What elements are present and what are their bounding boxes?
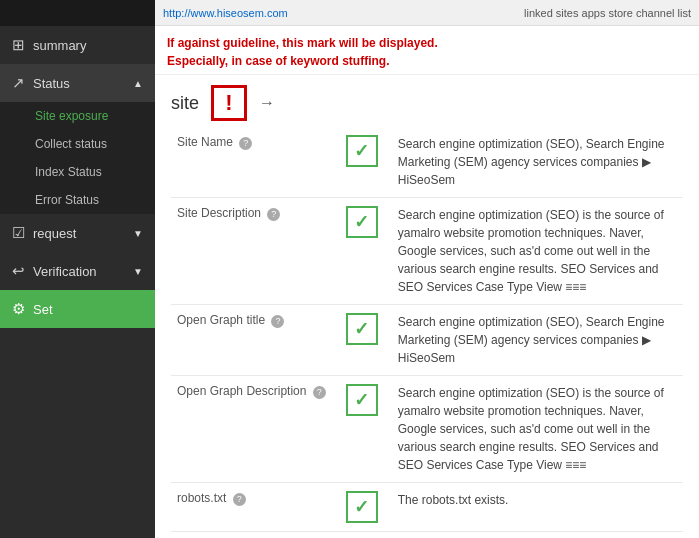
- row-description: Search engine optimization (SEO), Search…: [392, 305, 683, 376]
- sidebar-item-label: Verification: [33, 264, 97, 279]
- check-badge: ✓: [346, 206, 378, 238]
- sidebar: ⊞ summary ↗ Status ▲ Site exposure Colle…: [0, 0, 155, 538]
- url-label: http://www.hiseosem.com: [163, 7, 288, 19]
- verification-icon: ↩: [12, 262, 25, 280]
- nav-links: linked sites apps store channel list: [524, 7, 691, 19]
- row-status: ✓: [332, 376, 392, 483]
- row-label: Open Graph Description ?: [171, 376, 332, 483]
- sidebar-submenu-item-site-exposure[interactable]: Site exposure: [0, 102, 155, 130]
- row-status: ✓: [332, 532, 392, 539]
- row-label: robots.txt ?: [171, 483, 332, 532]
- info-icon[interactable]: ?: [271, 315, 284, 328]
- chevron-up-icon: ▲: [133, 78, 143, 89]
- row-description: http://www.hiseosem.com/sitemap_index.xm…: [392, 532, 683, 539]
- warning-line1: If against guideline, this mark will be …: [167, 34, 687, 52]
- table-row: Open Graph title ?✓Search engine optimiz…: [171, 305, 683, 376]
- check-badge: ✓: [346, 135, 378, 167]
- info-icon[interactable]: ?: [239, 137, 252, 150]
- table-row: robots.txt ?✓The robots.txt exists.: [171, 483, 683, 532]
- check-icon: ✓: [354, 318, 369, 340]
- status-icon: ↗: [12, 74, 25, 92]
- check-icon: ✓: [354, 389, 369, 411]
- site-title: site: [171, 93, 199, 114]
- check-icon: ✓: [354, 496, 369, 518]
- check-badge: ✓: [346, 313, 378, 345]
- sidebar-top-bar: [0, 0, 155, 26]
- arrow-indicator: →: [259, 94, 275, 112]
- row-label: Site Name ?: [171, 127, 332, 198]
- info-icon[interactable]: ?: [233, 493, 246, 506]
- main-content: http://www.hiseosem.com linked sites app…: [155, 0, 699, 538]
- sidebar-item-summary[interactable]: ⊞ summary: [0, 26, 155, 64]
- row-description: The robots.txt exists.: [392, 483, 683, 532]
- sidebar-item-set[interactable]: ⚙ Set: [0, 290, 155, 328]
- row-label: Open Graph title ?: [171, 305, 332, 376]
- request-icon: ☑: [12, 224, 25, 242]
- row-description: Search engine optimization (SEO), Search…: [392, 127, 683, 198]
- sidebar-submenu-item-error-status[interactable]: Error Status: [0, 186, 155, 214]
- row-status: ✓: [332, 198, 392, 305]
- site-header: site ! →: [155, 75, 699, 127]
- table-row: Open Graph Description ?✓Search engine o…: [171, 376, 683, 483]
- info-icon[interactable]: ?: [313, 386, 326, 399]
- sidebar-submenu-item-index-status[interactable]: Index Status: [0, 158, 155, 186]
- row-label: site map ?: [171, 532, 332, 539]
- row-status: ✓: [332, 305, 392, 376]
- content-area: Site Name ?✓Search engine optimization (…: [155, 127, 699, 538]
- chevron-down-icon: ▼: [133, 228, 143, 239]
- warning-line2: Especially, in case of keyword stuffing.: [167, 52, 687, 70]
- sidebar-item-label: Set: [33, 302, 53, 317]
- sidebar-item-status[interactable]: ↗ Status ▲: [0, 64, 155, 102]
- status-table: Site Name ?✓Search engine optimization (…: [171, 127, 683, 538]
- check-icon: ✓: [354, 140, 369, 162]
- summary-icon: ⊞: [12, 36, 25, 54]
- check-icon: ✓: [354, 211, 369, 233]
- row-description: Search engine optimization (SEO) is the …: [392, 198, 683, 305]
- sidebar-item-label: Status: [33, 76, 70, 91]
- row-status: ✓: [332, 127, 392, 198]
- sidebar-submenu-status: Site exposure Collect status Index Statu…: [0, 102, 155, 214]
- chevron-down-icon2: ▼: [133, 266, 143, 277]
- row-description: Search engine optimization (SEO) is the …: [392, 376, 683, 483]
- exclamation-mark: !: [225, 92, 232, 114]
- row-status: ✓: [332, 483, 392, 532]
- exclamation-badge: !: [211, 85, 247, 121]
- sidebar-item-label: request: [33, 226, 76, 241]
- sidebar-submenu-item-collect-status[interactable]: Collect status: [0, 130, 155, 158]
- table-row: Site Name ?✓Search engine optimization (…: [171, 127, 683, 198]
- table-row: Site Description ?✓Search engine optimiz…: [171, 198, 683, 305]
- sidebar-item-verification[interactable]: ↩ Verification ▼: [0, 252, 155, 290]
- sidebar-item-request[interactable]: ☑ request ▼: [0, 214, 155, 252]
- top-bar: http://www.hiseosem.com linked sites app…: [155, 0, 699, 26]
- table-row: site map ?✓http://www.hiseosem.com/sitem…: [171, 532, 683, 539]
- set-icon: ⚙: [12, 300, 25, 318]
- row-label: Site Description ?: [171, 198, 332, 305]
- sidebar-item-label: summary: [33, 38, 86, 53]
- info-icon[interactable]: ?: [267, 208, 280, 221]
- warning-banner: If against guideline, this mark will be …: [155, 26, 699, 75]
- check-badge: ✓: [346, 384, 378, 416]
- check-badge: ✓: [346, 491, 378, 523]
